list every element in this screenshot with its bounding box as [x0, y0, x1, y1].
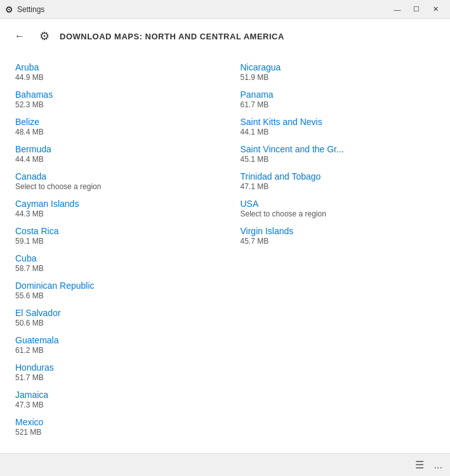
map-item-size: Select to choose a region	[241, 209, 451, 218]
map-item-name[interactable]: Costa Rica	[15, 226, 225, 236]
map-item-name[interactable]: Bermuda	[15, 144, 225, 154]
list-item[interactable]: Costa Rica 59.1 MB	[15, 222, 225, 249]
title-bar-controls: — ☐ ✕	[388, 0, 445, 19]
list-item[interactable]: Honduras 51.7 MB	[15, 359, 225, 386]
map-item-size: 61.7 MB	[241, 100, 451, 109]
map-item-name[interactable]: Cuba	[15, 253, 225, 263]
map-item-name[interactable]: Dominican Republic	[15, 281, 225, 291]
map-item-size: 47.3 MB	[15, 400, 225, 409]
map-item-size: 51.7 MB	[15, 373, 225, 382]
title-bar-left: ⚙ Settings	[5, 4, 44, 15]
list-item[interactable]: Cayman Islands 44.3 MB	[15, 195, 225, 222]
list-item[interactable]: Belize 48.4 MB	[15, 113, 225, 140]
map-item-name[interactable]: Aruba	[15, 62, 225, 72]
map-item-size: 44.4 MB	[15, 155, 225, 164]
map-item-size: 58.7 MB	[15, 264, 225, 273]
map-item-name[interactable]: El Salvador	[15, 308, 225, 318]
list-icon[interactable]: ☰	[415, 459, 424, 471]
map-item-name[interactable]: USA	[241, 199, 451, 209]
list-item[interactable]: Cuba 58.7 MB	[15, 249, 225, 277]
list-item[interactable]: Canada Select to choose a region	[15, 168, 225, 195]
list-item[interactable]: Saint Vincent and the Gr... 45.1 MB	[241, 140, 451, 168]
list-item[interactable]: Bahamas 52.3 MB	[15, 86, 225, 113]
map-item-name[interactable]: Nicaragua	[241, 62, 451, 72]
map-item-name[interactable]: Saint Vincent and the Gr...	[241, 144, 451, 154]
map-item-size: 59.1 MB	[15, 237, 225, 246]
more-icon[interactable]: ...	[434, 459, 442, 471]
map-item-size: 51.9 MB	[241, 73, 451, 82]
map-item-name[interactable]: Belize	[15, 117, 225, 127]
map-item-size: 48.4 MB	[15, 128, 225, 136]
header: ← ⚙ DOWNLOAD MAPS: NORTH AND CENTRAL AME…	[0, 19, 450, 53]
right-column: Nicaragua 51.9 MB Panama 61.7 MB Saint K…	[225, 58, 451, 249]
list-item[interactable]: Virgin Islands 45.7 MB	[241, 222, 451, 249]
map-item-size: Select to choose a region	[15, 182, 225, 191]
close-button[interactable]: ✕	[426, 0, 445, 19]
map-item-name[interactable]: Bahamas	[15, 89, 225, 100]
map-item-size: 44.3 MB	[15, 209, 225, 218]
map-item-name[interactable]: Honduras	[15, 362, 225, 373]
minimize-button[interactable]: —	[388, 0, 407, 19]
map-item-name[interactable]: Jamaica	[15, 390, 225, 400]
map-item-size: 521 MB	[15, 428, 225, 437]
list-item[interactable]: USA Select to choose a region	[241, 195, 451, 222]
map-item-name[interactable]: Saint Kitts and Nevis	[241, 117, 451, 127]
map-item-name[interactable]: Cayman Islands	[15, 199, 225, 209]
title-bar-title: Settings	[17, 5, 44, 14]
list-item[interactable]: Jamaica 47.3 MB	[15, 386, 225, 413]
left-column: Aruba 44.9 MB Bahamas 52.3 MB Belize 48.…	[0, 58, 225, 440]
list-item[interactable]: Saint Kitts and Nevis 44.1 MB	[241, 113, 451, 140]
list-item[interactable]: Trinidad and Tobago 47.1 MB	[241, 168, 451, 195]
title-bar: ⚙ Settings — ☐ ✕	[0, 0, 450, 19]
map-item-name[interactable]: Trinidad and Tobago	[241, 171, 451, 182]
back-button[interactable]: ←	[10, 27, 29, 46]
map-item-name[interactable]: Guatemala	[15, 335, 225, 345]
map-item-name[interactable]: Canada	[15, 171, 225, 182]
page-title: DOWNLOAD MAPS: NORTH AND CENTRAL AMERICA	[60, 32, 284, 41]
maximize-button[interactable]: ☐	[407, 0, 426, 19]
map-item-size: 45.1 MB	[241, 155, 451, 164]
list-item[interactable]: Bermuda 44.4 MB	[15, 140, 225, 168]
list-item[interactable]: El Salvador 50.6 MB	[15, 304, 225, 331]
map-item-size: 44.1 MB	[241, 128, 451, 136]
map-item-size: 55.6 MB	[15, 291, 225, 300]
list-item[interactable]: Panama 61.7 MB	[241, 86, 451, 113]
content-area: Aruba 44.9 MB Bahamas 52.3 MB Belize 48.…	[0, 53, 450, 453]
app-icon: ⚙	[5, 4, 13, 15]
two-column-layout: Aruba 44.9 MB Bahamas 52.3 MB Belize 48.…	[0, 58, 450, 440]
map-item-size: 52.3 MB	[15, 100, 225, 109]
map-item-name[interactable]: Mexico	[15, 417, 225, 427]
map-item-name[interactable]: Virgin Islands	[241, 226, 451, 236]
map-item-size: 47.1 MB	[241, 182, 451, 191]
map-item-size: 50.6 MB	[15, 319, 225, 327]
map-item-name[interactable]: Panama	[241, 89, 451, 100]
map-item-size: 45.7 MB	[241, 237, 451, 246]
gear-icon: ⚙	[36, 27, 53, 45]
footer-bar: ☰ ...	[0, 453, 450, 476]
list-item[interactable]: Mexico 521 MB	[15, 413, 225, 440]
map-item-size: 44.9 MB	[15, 73, 225, 82]
map-item-size: 61.2 MB	[15, 346, 225, 355]
list-item[interactable]: Guatemala 61.2 MB	[15, 331, 225, 359]
list-item[interactable]: Dominican Republic 55.6 MB	[15, 277, 225, 304]
list-item[interactable]: Nicaragua 51.9 MB	[241, 58, 451, 86]
list-item[interactable]: Aruba 44.9 MB	[15, 58, 225, 86]
